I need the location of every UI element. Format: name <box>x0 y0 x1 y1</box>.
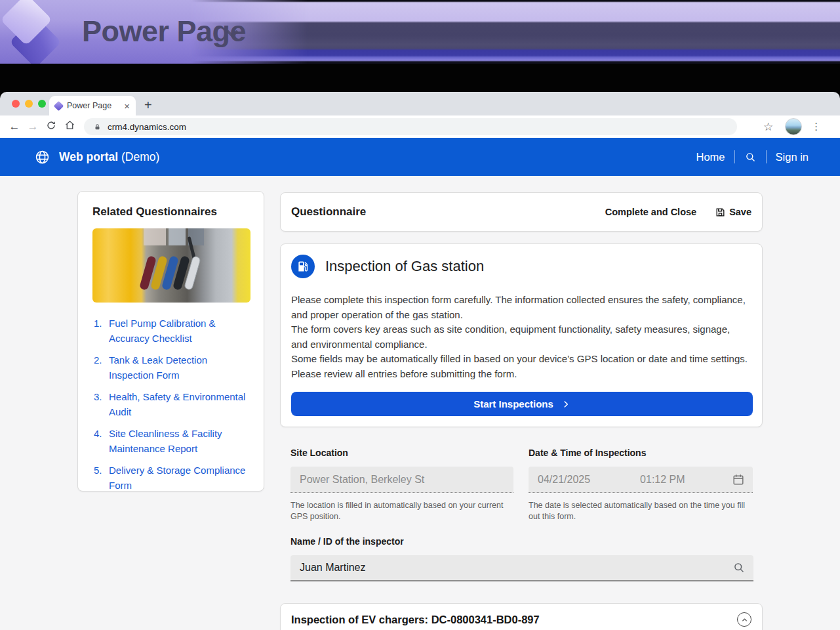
hero-title: Power Page <box>82 14 246 49</box>
sidebar-item-tank-leak[interactable]: 2. Tank & Leak Detection Inspection Form <box>94 352 252 383</box>
save-button[interactable]: Save <box>715 207 751 218</box>
nav-signin-link[interactable]: Sign in <box>776 151 809 163</box>
datetime-helper: The date is selected automatically based… <box>529 500 753 522</box>
reload-icon[interactable] <box>42 120 60 134</box>
nav-home-link[interactable]: Home <box>696 151 725 163</box>
calendar-icon[interactable] <box>732 473 745 486</box>
browser-toolbar: ← → crm4.dynamics.com ☆ ⋮ <box>0 116 840 138</box>
window-controls <box>12 100 46 108</box>
description-paragraph: Please complete this inspection form car… <box>291 293 749 322</box>
sidebar-item-health-safety[interactable]: 3. Health, Safety & Environmental Audit <box>94 389 252 419</box>
datetime-input[interactable]: 04/21/2025 01:12 PM <box>529 467 753 493</box>
hero-banner: Power Page <box>0 0 840 64</box>
url-text: crm4.dynamics.com <box>108 122 186 132</box>
tab-title: Power Page <box>67 101 119 110</box>
bookmark-star-icon[interactable]: ☆ <box>763 120 773 134</box>
datetime-label: Date & Time of Inspections <box>529 448 753 458</box>
portal-brand[interactable]: Web portal (Demo) <box>34 149 159 165</box>
home-icon[interactable] <box>60 119 79 134</box>
inspection-title: Inspection of Gas station <box>325 258 484 275</box>
form-fields: Site Location Power Station, Berkeley St… <box>280 448 763 581</box>
inspection-intro-card: Inspection of Gas station Please complet… <box>280 243 763 427</box>
nav-separator <box>734 150 735 163</box>
screenshot-root: Power Page Power Page × + ← → <box>0 0 840 630</box>
new-tab-button[interactable]: + <box>144 98 152 113</box>
chevron-right-icon <box>561 400 570 409</box>
sidebar-item-fuel-pump[interactable]: 1. Fuel Pump Calibration & Accuracy Chec… <box>94 316 252 346</box>
sidebar-title: Related Questionnaires <box>78 192 264 228</box>
chevron-up-icon <box>740 616 749 624</box>
power-pages-logo-icon <box>0 0 76 64</box>
globe-icon <box>34 149 50 165</box>
save-icon <box>715 207 726 218</box>
close-window-button[interactable] <box>12 100 20 108</box>
ev-chargers-card: Inspection of EV chargers: DC-0800341-BD… <box>280 603 763 630</box>
browser-profile-avatar[interactable] <box>785 118 802 135</box>
questionnaire-title: Questionnaire <box>291 205 366 219</box>
site-location-label: Site Location <box>290 448 513 458</box>
inspector-input[interactable]: Juan Martinez <box>290 555 753 581</box>
maximize-window-button[interactable] <box>38 100 46 108</box>
sidebar-item-site-cleanliness[interactable]: 4. Site Cleanliness & Facility Maintenan… <box>94 426 252 456</box>
page-content: Related Questionnaires 1. Fuel Pump Cali… <box>0 176 840 630</box>
related-questionnaires-card: Related Questionnaires 1. Fuel Pump Cali… <box>77 191 264 492</box>
lock-icon <box>93 123 102 131</box>
ev-chargers-title: Inspection of EV chargers: DC-0800341-BD… <box>291 614 540 626</box>
tab-strip: Power Page × + <box>0 92 840 116</box>
complete-and-close-button[interactable]: Complete and Close <box>605 207 696 217</box>
browser-window: Power Page × + ← → crm4.dynamics.com ☆ ⋮ <box>0 92 840 138</box>
minimize-window-button[interactable] <box>25 100 33 108</box>
collapse-button[interactable] <box>737 612 751 627</box>
start-inspections-button[interactable]: Start Inspections <box>291 392 753 416</box>
description-paragraph: Some fields may be automatically filled … <box>291 352 749 381</box>
main-column: Questionnaire Complete and Close Save In… <box>280 192 763 630</box>
back-icon[interactable]: ← <box>5 120 24 133</box>
forward-icon[interactable]: → <box>24 120 42 133</box>
gas-pump-photo <box>92 228 250 303</box>
browser-menu-icon[interactable]: ⋮ <box>811 121 821 133</box>
inspection-description: Please complete this inspection form car… <box>291 293 753 381</box>
gas-station-icon <box>291 255 315 278</box>
description-paragraph: The form covers key areas such as site c… <box>291 322 749 352</box>
questionnaire-list: 1. Fuel Pump Calibration & Accuracy Chec… <box>78 303 264 493</box>
portal-navbar: Web portal (Demo) Home Sign in <box>0 138 840 176</box>
search-icon[interactable] <box>732 561 746 574</box>
inspector-label: Name / ID of the inspector <box>290 536 753 547</box>
address-bar[interactable]: crm4.dynamics.com <box>84 118 737 135</box>
tab-favicon-icon <box>54 100 64 111</box>
time-value: 01:12 PM <box>640 474 685 486</box>
portal-title: Web portal (Demo) <box>59 150 159 164</box>
tab-close-icon[interactable]: × <box>124 101 130 111</box>
search-icon[interactable] <box>744 151 757 163</box>
sidebar-item-delivery-storage[interactable]: 5. Delivery & Storage Compliance Form <box>94 463 252 493</box>
site-location-input[interactable]: Power Station, Berkeley St <box>290 467 513 493</box>
date-value: 04/21/2025 <box>538 474 590 486</box>
nav-separator <box>766 150 767 163</box>
browser-tab[interactable]: Power Page × <box>49 96 136 116</box>
questionnaire-header-card: Questionnaire Complete and Close Save <box>280 192 763 232</box>
site-location-helper: The location is filled in automatically … <box>290 500 513 522</box>
